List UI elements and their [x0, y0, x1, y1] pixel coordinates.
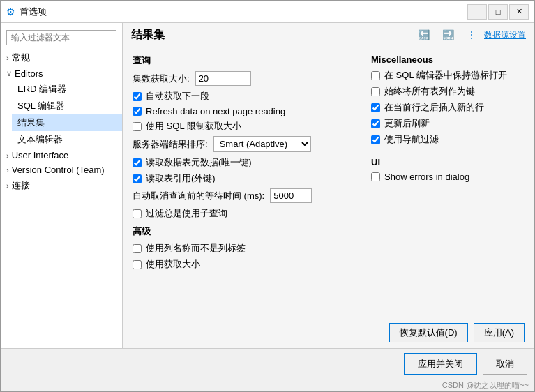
- window-controls: – □ ✕: [467, 4, 529, 20]
- arrow-icon: ›: [6, 151, 9, 160]
- page-title: 结果集: [131, 28, 413, 43]
- fetch-next-label: 自动获取下一段: [146, 90, 209, 103]
- auto-refresh-checkbox[interactable]: [371, 119, 380, 128]
- read-fk-row: 读取表引用(外键): [133, 172, 360, 185]
- close-button[interactable]: ✕: [509, 4, 529, 20]
- sidebar: › 常规 ∨ Editors ERD 编辑器 SQL 编辑器 结果集 文本编辑器…: [1, 23, 123, 348]
- window-icon: ⚙: [6, 6, 15, 17]
- right-panel: Miscellaneous 在 SQL 编辑器中保持游标打开 始终将所有表列作为…: [371, 54, 525, 310]
- server-sort-row: 服务器端结果排序: Smart (Adaptive) Always Never: [133, 136, 360, 152]
- sidebar-item-text[interactable]: 文本编辑器: [12, 131, 122, 148]
- read-unique-row: 读取数据表元数据(唯一键): [133, 156, 360, 169]
- sidebar-item-general[interactable]: › 常规: [1, 50, 122, 66]
- col-name-checkbox[interactable]: [133, 244, 142, 253]
- filter-label: 过滤总是使用子查询: [146, 207, 227, 220]
- use-fetch-row: 使用获取大小: [133, 258, 360, 271]
- preferences-window: ⚙ 首选项 – □ ✕ › 常规 ∨ Editors ERD 编辑器 S: [0, 0, 535, 392]
- fetch-next-checkbox[interactable]: [133, 92, 142, 101]
- keep-cursor-checkbox[interactable]: [371, 71, 380, 80]
- sidebar-item-connect[interactable]: › 连接: [1, 177, 122, 194]
- sidebar-item-label: 结果集: [17, 116, 45, 129]
- sql-limit-row: 使用 SQL 限制获取大小: [133, 120, 360, 133]
- sidebar-item-erd[interactable]: ERD 编辑器: [12, 81, 122, 98]
- sql-limit-label: 使用 SQL 限制获取大小: [146, 120, 241, 133]
- sidebar-item-label: 连接: [12, 179, 30, 192]
- server-sort-label: 服务器端结果排序:: [133, 138, 208, 151]
- all-cols-label: 始终将所有表列作为键: [384, 85, 475, 98]
- show-errors-checkbox[interactable]: [371, 172, 380, 181]
- read-fk-label: 读取表引用(外键): [146, 172, 216, 185]
- misc-section-title: Miscellaneous: [371, 54, 525, 65]
- window-title: 首选项: [20, 6, 467, 18]
- minimize-button[interactable]: –: [467, 4, 487, 20]
- insert-row-label: 在当前行之后插入新的行: [384, 101, 484, 114]
- apply-button[interactable]: 应用(A): [474, 323, 525, 342]
- read-unique-label: 读取数据表元数据(唯一键): [146, 156, 252, 169]
- insert-row-row: 在当前行之后插入新的行: [371, 101, 525, 114]
- sidebar-item-ui[interactable]: › User Interface: [1, 148, 122, 163]
- sql-limit-checkbox[interactable]: [133, 122, 142, 131]
- sidebar-item-results[interactable]: 结果集: [12, 114, 122, 131]
- refresh-checkbox[interactable]: [133, 107, 142, 116]
- server-sort-select[interactable]: Smart (Adaptive) Always Never: [213, 136, 311, 152]
- arrow-icon: ∨: [6, 69, 12, 78]
- keep-cursor-label: 在 SQL 编辑器中保持游标打开: [384, 69, 507, 82]
- col-name-label: 使用列名称而不是列标签: [146, 242, 246, 255]
- fetch-size-label: 集数获取大小:: [133, 73, 190, 85]
- all-cols-checkbox[interactable]: [371, 87, 380, 96]
- nav-filter-label: 使用导航过滤: [384, 133, 439, 146]
- left-panel: 查询 集数获取大小: 自动获取下一段 Refresh data on next …: [133, 54, 360, 310]
- fetch-next-row: 自动获取下一段: [133, 90, 360, 103]
- content-header: 结果集 🔙 🔜 ⋮ 数据源设置: [123, 23, 534, 47]
- refresh-row: Refresh data on next page reading: [133, 106, 360, 116]
- content-wrapper: 结果集 🔙 🔜 ⋮ 数据源设置 查询 集数获取大小:: [123, 23, 534, 348]
- arrow-icon: ›: [6, 54, 9, 62]
- nav-forward-button[interactable]: 🔜: [437, 27, 459, 43]
- filter-row: 过滤总是使用子查询: [133, 207, 360, 220]
- advanced-section-title: 高级: [133, 225, 360, 238]
- fetch-size-input[interactable]: [195, 71, 251, 86]
- restore-defaults-button[interactable]: 恢复默认值(D): [389, 323, 468, 342]
- insert-row-checkbox[interactable]: [371, 103, 380, 112]
- refresh-label: Refresh data on next page reading: [146, 106, 285, 116]
- auto-refresh-row: 更新后刷新: [371, 117, 525, 130]
- watermark: CSDN @眈之以理的喵~~: [1, 379, 534, 391]
- apply-close-button[interactable]: 应用并关闭: [404, 353, 477, 375]
- content-area: 结果集 🔙 🔜 ⋮ 数据源设置 查询 集数获取大小:: [123, 23, 534, 348]
- sidebar-item-sql[interactable]: SQL 编辑器: [12, 98, 122, 114]
- nav-filter-checkbox[interactable]: [371, 135, 380, 144]
- all-cols-row: 始终将所有表列作为键: [371, 85, 525, 98]
- sidebar-item-label: Version Control (Team): [12, 165, 105, 175]
- ui-section-title: UI: [371, 157, 525, 167]
- main-content: › 常规 ∨ Editors ERD 编辑器 SQL 编辑器 结果集 文本编辑器…: [1, 23, 534, 348]
- sidebar-item-label: 常规: [12, 52, 30, 64]
- query-section-title: 查询: [133, 54, 360, 67]
- nav-filter-row: 使用导航过滤: [371, 133, 525, 146]
- use-fetch-checkbox[interactable]: [133, 260, 142, 269]
- search-input[interactable]: [6, 30, 116, 45]
- nav-menu-button[interactable]: ⋮: [462, 27, 481, 43]
- nav-back-button[interactable]: 🔙: [413, 27, 435, 43]
- title-bar: ⚙ 首选项 – □ ✕: [1, 1, 534, 23]
- show-errors-label: Show errors in dialog: [384, 172, 469, 182]
- bottom-bar: 应用并关闭 取消: [1, 348, 534, 379]
- sidebar-item-label: User Interface: [12, 150, 69, 160]
- arrow-icon: ›: [6, 181, 9, 190]
- sidebar-item-label: SQL 编辑器: [17, 100, 65, 112]
- timeout-input[interactable]: [270, 188, 312, 203]
- sidebar-item-label: 文本编辑器: [17, 133, 63, 146]
- auto-refresh-label: 更新后刷新: [384, 117, 430, 130]
- keep-cursor-row: 在 SQL 编辑器中保持游标打开: [371, 69, 525, 82]
- cancel-button[interactable]: 取消: [483, 354, 527, 375]
- filter-checkbox[interactable]: [133, 209, 142, 218]
- maximize-button[interactable]: □: [488, 4, 508, 20]
- datasource-link[interactable]: 数据源设置: [484, 29, 526, 41]
- sidebar-item-vcs[interactable]: › Version Control (Team): [1, 163, 122, 177]
- read-fk-checkbox[interactable]: [133, 174, 142, 183]
- timeout-row: 自动取消查询前的等待时间 (ms):: [133, 188, 360, 203]
- sidebar-item-editors[interactable]: ∨ Editors: [1, 66, 122, 81]
- read-unique-checkbox[interactable]: [133, 158, 142, 167]
- sidebar-item-label: ERD 编辑器: [17, 83, 66, 96]
- content-body: 查询 集数获取大小: 自动获取下一段 Refresh data on next …: [123, 47, 534, 317]
- sidebar-item-label: Editors: [15, 68, 43, 79]
